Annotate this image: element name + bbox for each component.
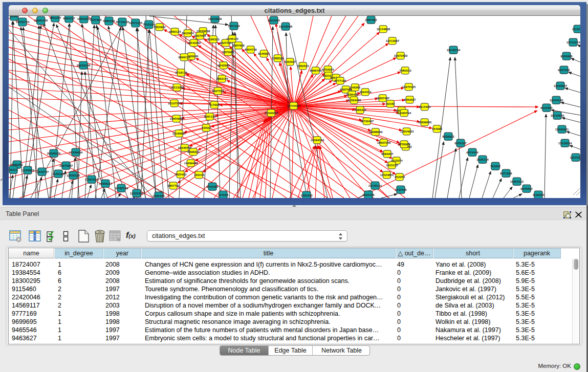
svg-text:5322037: 5322037 xyxy=(284,60,296,63)
svg-text:1092343: 1092343 xyxy=(300,194,313,197)
svg-text:12093827: 12093827 xyxy=(554,84,568,87)
svg-text:1502436: 1502436 xyxy=(362,193,375,196)
svg-text:9605237: 9605237 xyxy=(63,17,75,20)
svg-text:763262: 763262 xyxy=(490,165,501,168)
svg-text:9242848: 9242848 xyxy=(217,64,230,67)
svg-text:8186323: 8186323 xyxy=(207,38,220,41)
svg-text:10958117: 10958117 xyxy=(99,182,113,185)
svg-text:9777169: 9777169 xyxy=(334,79,346,82)
svg-text:12213967: 12213967 xyxy=(386,39,400,42)
svg-text:7663822: 7663822 xyxy=(154,26,166,29)
svg-text:10807487: 10807487 xyxy=(376,97,390,100)
svg-text:7957224: 7957224 xyxy=(228,25,240,28)
svg-text:18724007: 18724007 xyxy=(287,104,301,107)
svg-text:14055723: 14055723 xyxy=(16,20,30,24)
svg-text:417006: 417006 xyxy=(209,103,220,106)
svg-text:10719155: 10719155 xyxy=(116,20,129,24)
svg-text:9227342: 9227342 xyxy=(558,69,570,72)
svg-text:12975125: 12975125 xyxy=(402,85,416,89)
svg-text:62160: 62160 xyxy=(386,102,395,105)
svg-text:6479197: 6479197 xyxy=(454,142,467,145)
svg-text:15751074: 15751074 xyxy=(567,41,580,44)
svg-text:17016534: 17016534 xyxy=(558,142,572,145)
svg-text:9716485: 9716485 xyxy=(206,185,219,188)
svg-text:25300203: 25300203 xyxy=(265,112,278,115)
svg-text:9857791: 9857791 xyxy=(167,184,180,187)
svg-text:19166827: 19166827 xyxy=(172,132,186,135)
svg-text:17957253: 17957253 xyxy=(85,178,99,181)
svg-text:12323446: 12323446 xyxy=(130,192,144,195)
svg-text:6466160: 6466160 xyxy=(103,19,115,23)
svg-text:20493: 20493 xyxy=(10,16,19,18)
svg-text:1139324: 1139324 xyxy=(532,193,545,196)
svg-text:8698222: 8698222 xyxy=(187,150,200,154)
svg-text:10688609: 10688609 xyxy=(369,130,383,134)
svg-text:13654923: 13654923 xyxy=(400,130,414,133)
svg-text:9327505: 9327505 xyxy=(194,34,206,37)
svg-text:5875685: 5875685 xyxy=(222,51,234,54)
svg-text:12505135: 12505135 xyxy=(67,174,80,177)
svg-text:8427552: 8427552 xyxy=(212,90,224,93)
svg-text:16543382: 16543382 xyxy=(187,41,201,45)
svg-text:1527602: 1527602 xyxy=(90,18,102,21)
svg-text:17359934: 17359934 xyxy=(69,151,83,154)
svg-text:7625402: 7625402 xyxy=(175,173,187,176)
svg-text:10154808: 10154808 xyxy=(377,28,390,31)
svg-text:21364436: 21364436 xyxy=(347,99,361,102)
svg-text:15720407: 15720407 xyxy=(360,120,374,123)
svg-text:26053346: 26053346 xyxy=(77,64,91,67)
svg-text:12444185: 12444185 xyxy=(550,99,563,102)
svg-text:19654983: 19654983 xyxy=(170,117,184,120)
svg-text:9084067: 9084067 xyxy=(381,152,394,156)
svg-text:16033809: 16033809 xyxy=(208,17,222,20)
svg-text:16671355: 16671355 xyxy=(129,21,143,25)
svg-text:13495794: 13495794 xyxy=(398,112,411,115)
svg-text:8471626: 8471626 xyxy=(500,172,512,175)
svg-text:3624554: 3624554 xyxy=(359,91,372,94)
svg-text:10699695: 10699695 xyxy=(418,121,432,124)
svg-text:20206576: 20206576 xyxy=(47,152,61,155)
svg-text:12213389: 12213389 xyxy=(170,86,184,89)
svg-text:1282344: 1282344 xyxy=(153,194,165,198)
svg-text:1112260: 1112260 xyxy=(572,28,580,31)
svg-text:2036446: 2036446 xyxy=(346,93,358,96)
svg-text:10654112: 10654112 xyxy=(510,180,524,183)
svg-text:8454749: 8454749 xyxy=(245,48,257,51)
svg-text:2087682: 2087682 xyxy=(365,18,377,21)
svg-text:1733426: 1733426 xyxy=(395,188,407,191)
svg-text:9115460: 9115460 xyxy=(419,105,431,108)
svg-text:8938923: 8938923 xyxy=(442,135,454,138)
svg-text:15692921: 15692921 xyxy=(555,128,569,131)
svg-text:10107553: 10107553 xyxy=(168,102,182,105)
svg-text:164184: 164184 xyxy=(218,193,229,196)
svg-text:18607249: 18607249 xyxy=(377,141,391,144)
svg-text:1615152: 1615152 xyxy=(386,164,398,167)
svg-text:9146821: 9146821 xyxy=(258,52,270,55)
svg-text:8912954: 8912954 xyxy=(182,32,194,35)
svg-text:9329966: 9329966 xyxy=(560,55,573,58)
svg-text:9896112: 9896112 xyxy=(178,56,190,59)
svg-text:169144: 169144 xyxy=(194,173,205,177)
svg-text:53594: 53594 xyxy=(202,126,211,129)
svg-text:2718176: 2718176 xyxy=(175,71,187,74)
svg-text:10973493: 10973493 xyxy=(394,54,408,57)
svg-text:8990448: 8990448 xyxy=(310,69,322,72)
svg-text:1546123: 1546123 xyxy=(226,37,238,40)
svg-text:9463627: 9463627 xyxy=(404,98,416,101)
svg-text:39114: 39114 xyxy=(9,168,18,171)
svg-text:15136141: 15136141 xyxy=(368,184,382,187)
svg-text:7986322: 7986322 xyxy=(354,108,366,112)
svg-text:1362615: 1362615 xyxy=(297,64,309,68)
svg-text:9474444: 9474444 xyxy=(466,151,478,154)
svg-text:9756928: 9756928 xyxy=(398,143,410,146)
svg-text:10653267: 10653267 xyxy=(77,17,91,20)
svg-text:8813054: 8813054 xyxy=(268,19,280,22)
svg-text:2935114: 2935114 xyxy=(476,158,489,161)
svg-text:20691406: 20691406 xyxy=(34,19,48,22)
svg-text:12942737: 12942737 xyxy=(35,170,49,173)
svg-text:19218506: 19218506 xyxy=(279,25,293,28)
svg-text:3267130: 3267130 xyxy=(204,115,216,118)
svg-text:164095: 164095 xyxy=(432,127,443,130)
svg-text:16782759: 16782759 xyxy=(115,187,128,190)
svg-text:16648784: 16648784 xyxy=(447,49,461,52)
